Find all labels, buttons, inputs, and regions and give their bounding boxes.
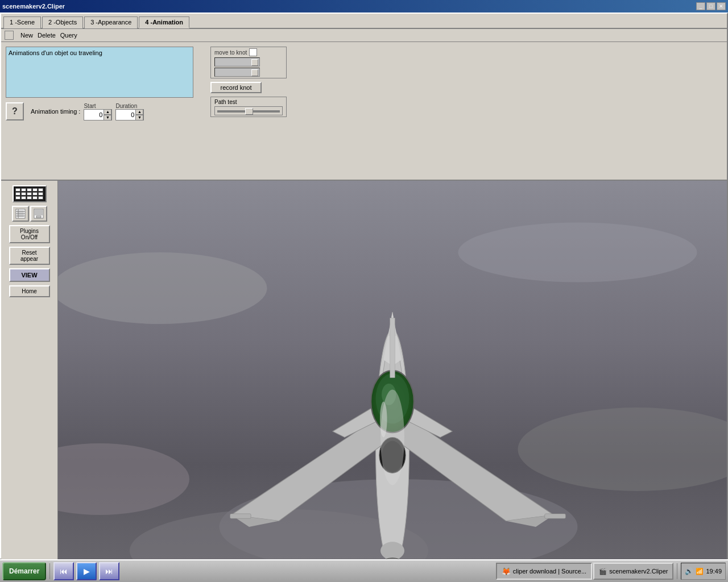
play-button[interactable]: ▶ [76, 562, 97, 580]
start-value: 0 [84, 111, 104, 118]
rewind-button[interactable]: ⏮ [53, 562, 74, 580]
svg-rect-8 [36, 216, 41, 218]
knot-slider-track[interactable] [214, 57, 260, 66]
knot-slider-track-2[interactable] [214, 68, 260, 77]
main-window: 1 -Scene 2 -Objects 3 -Appearance 4 -Ani… [0, 13, 728, 559]
start-label: Start [84, 103, 96, 109]
window-controls: _ □ ✕ [696, 2, 726, 10]
duration-spinner[interactable]: 0 ▲ ▼ [115, 109, 144, 120]
svg-point-10 [58, 252, 267, 324]
tab-appearance[interactable]: 3 -Appearance [84, 16, 138, 28]
svg-point-11 [458, 223, 697, 282]
animation-list[interactable]: Animations d'un objet ou traveling [6, 47, 193, 98]
grid-view-button[interactable] [13, 185, 47, 202]
knot-slider[interactable] [214, 57, 283, 77]
move-to-knot-checkbox[interactable] [249, 48, 257, 56]
taskbar-item-scenemaker-label: scenemakerv2.Cliper [609, 568, 668, 575]
view-button[interactable]: VIEW [9, 268, 50, 282]
home-button[interactable]: Home [9, 285, 50, 297]
taskbar-item-cliper-label: cliper download | Source... [513, 568, 586, 575]
network-icon: 🔊 [685, 567, 693, 575]
svg-rect-31 [545, 514, 566, 518]
start-spinner[interactable]: 0 ▲ ▼ [84, 109, 112, 120]
taskbar-item-cliper[interactable]: 🦊 cliper download | Source... [496, 563, 592, 580]
record-knot-button[interactable]: record knot [210, 82, 262, 93]
start-button[interactable]: Démarrer [2, 562, 46, 580]
taskbar-separator-2 [677, 563, 677, 579]
svg-rect-29 [390, 318, 395, 378]
tab-scene[interactable]: 1 -Scene [3, 16, 41, 28]
viewport-row: Plugins On/Off Reset appear VIEW Home ? [1, 181, 727, 582]
svg-point-34 [380, 542, 404, 560]
knot-slider-thumb[interactable] [251, 59, 258, 66]
minimize-button[interactable]: _ [696, 2, 705, 10]
duration-up-arrow[interactable]: ▲ [135, 109, 143, 115]
main-viewport[interactable] [58, 181, 727, 582]
tab-animation[interactable]: 4 -Animation [139, 16, 189, 28]
new-button[interactable]: New [18, 31, 35, 39]
toolbar-checkbox[interactable] [5, 31, 14, 40]
volume-icon: 📶 [696, 568, 704, 575]
jet-scene [58, 181, 727, 582]
close-button[interactable]: ✕ [717, 2, 726, 10]
sidebar-icon-row [12, 206, 47, 222]
delete-button[interactable]: Delete [35, 31, 58, 39]
svg-rect-7 [35, 210, 43, 215]
duration-down-arrow[interactable]: ▼ [135, 115, 143, 120]
left-sidebar: Plugins On/Off Reset appear VIEW Home ? [1, 181, 58, 582]
start-arrows: ▲ ▼ [104, 109, 111, 120]
tab-objects[interactable]: 2 -Objects [42, 16, 83, 28]
start-up-arrow[interactable]: ▲ [104, 109, 111, 115]
animation-panel: Animations d'un objet ou traveling ? Ani… [1, 42, 727, 181]
maximize-button[interactable]: □ [706, 2, 715, 10]
tab-bar: 1 -Scene 2 -Objects 3 -Appearance 4 -Ani… [1, 14, 727, 29]
taskbar-separator [49, 563, 50, 579]
title-bar: scenemakerv2.Cliper _ □ ✕ [0, 0, 728, 13]
forward-button[interactable]: ⏭ [99, 562, 119, 580]
path-test-label: Path test [214, 99, 237, 105]
animation-controls: Animations d'un objet ou traveling ? Ani… [1, 42, 727, 180]
duration-label: Duration [115, 103, 137, 109]
animation-timing-label: Animation timing : [31, 108, 80, 115]
taskbar-item-scenemaker[interactable]: 🎬 scenemakerv2.Cliper [593, 563, 673, 580]
window-title: scenemakerv2.Cliper [2, 3, 65, 10]
svg-point-33 [380, 402, 387, 438]
move-to-knot-group: move to knot [210, 47, 287, 78]
knot-slider-thumb-2[interactable] [251, 69, 258, 76]
clock: 19:49 [706, 568, 722, 575]
scenemaker-icon: 🎬 [599, 568, 607, 575]
duration-arrows: ▲ ▼ [135, 109, 143, 120]
duration-timing-group: Duration 0 ▲ ▼ [115, 103, 144, 120]
reset-appear-button[interactable]: Reset appear [9, 247, 50, 265]
render-button[interactable] [12, 206, 29, 222]
firefox-icon: 🦊 [502, 567, 511, 576]
path-test-group: Path test [210, 97, 287, 117]
move-to-knot-label: move to knot [214, 49, 247, 56]
start-down-arrow[interactable]: ▼ [104, 115, 111, 120]
path-slider-thumb[interactable] [245, 108, 253, 115]
duration-value: 0 [116, 111, 135, 118]
forward-icon: ⏭ [105, 567, 113, 576]
path-test-slider[interactable] [214, 106, 283, 115]
display-button[interactable] [30, 206, 47, 222]
svg-rect-30 [230, 514, 251, 518]
system-tray: 🔊 📶 19:49 [681, 563, 726, 580]
plugins-button[interactable]: Plugins On/Off [9, 225, 50, 243]
rewind-icon: ⏮ [60, 567, 68, 576]
query-button[interactable]: Query [58, 31, 80, 39]
start-timing-group: Start 0 ▲ ▼ [84, 103, 112, 120]
help-button[interactable]: ? [6, 102, 24, 120]
media-controls: ⏮ ▶ ⏭ [53, 562, 119, 580]
play-icon: ▶ [84, 567, 90, 576]
taskbar: Démarrer ⏮ ▶ ⏭ 🦊 cliper download | Sourc… [0, 559, 728, 582]
